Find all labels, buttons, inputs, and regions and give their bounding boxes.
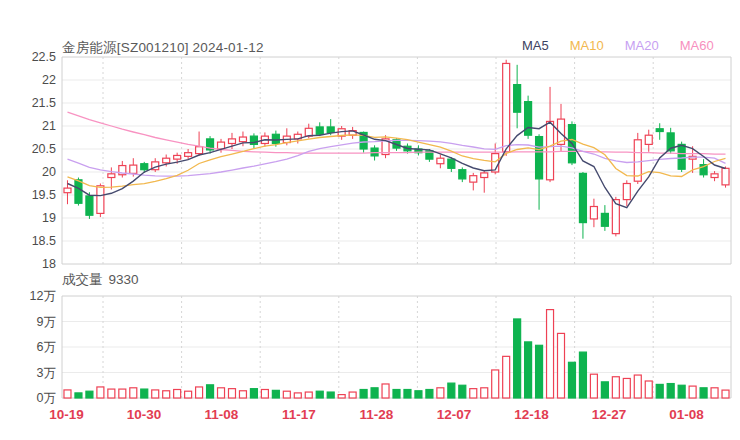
candlestick[interactable] <box>75 180 82 203</box>
volume-bar[interactable] <box>656 384 663 398</box>
volume-bar[interactable] <box>547 310 554 398</box>
volume-bar[interactable] <box>711 388 718 398</box>
volume-bar[interactable] <box>492 370 499 398</box>
volume-bar[interactable] <box>360 390 367 399</box>
volume-bar[interactable] <box>185 391 192 398</box>
volume-bar[interactable] <box>689 386 696 398</box>
candlestick[interactable] <box>316 127 323 134</box>
candlestick[interactable] <box>174 155 181 159</box>
volume-bar[interactable] <box>612 377 619 398</box>
volume-bar[interactable] <box>481 388 488 398</box>
candlestick[interactable] <box>656 129 663 132</box>
volume-bar[interactable] <box>700 388 707 398</box>
volume-bar[interactable] <box>579 352 586 398</box>
candlestick[interactable] <box>711 174 718 178</box>
volume-bar[interactable] <box>371 388 378 398</box>
candlestick[interactable] <box>163 158 170 163</box>
volume-bar[interactable] <box>163 391 170 398</box>
volume-bar[interactable] <box>623 378 630 398</box>
candlestick[interactable] <box>678 144 685 169</box>
candlestick[interactable] <box>470 176 477 182</box>
price-tick-label: 20.5 <box>32 142 56 156</box>
volume-bar[interactable] <box>722 390 729 398</box>
volume-bar[interactable] <box>239 391 246 398</box>
candlestick[interactable] <box>645 135 652 144</box>
volume-bar[interactable] <box>470 389 477 398</box>
volume-bar[interactable] <box>152 390 159 398</box>
candlestick[interactable] <box>97 186 104 214</box>
candlestick[interactable] <box>108 174 115 178</box>
volume-bar[interactable] <box>174 390 181 399</box>
candlestick[interactable] <box>459 170 466 179</box>
volume-bar[interactable] <box>86 391 93 398</box>
volume-bar[interactable] <box>141 389 148 398</box>
stock-chart[interactable]: 金房能源[SZ001210] 2024-01-12 MA5 MA10 MA20 … <box>0 0 740 440</box>
volume-bar[interactable] <box>667 384 674 398</box>
volume-bar[interactable] <box>272 390 279 398</box>
candlestick[interactable] <box>185 153 192 157</box>
candlestick[interactable] <box>141 164 148 170</box>
chart-canvas[interactable]: 22.52221.52120.52019.51918.51812万9万6万3万0… <box>0 0 740 440</box>
volume-bar[interactable] <box>536 345 543 398</box>
volume-bar[interactable] <box>283 391 290 398</box>
volume-bar[interactable] <box>108 389 115 398</box>
candlestick[interactable] <box>86 196 93 215</box>
candlestick[interactable] <box>547 121 554 179</box>
volume-bar[interactable] <box>327 392 334 398</box>
volume-bar[interactable] <box>228 389 235 398</box>
volume-bar[interactable] <box>261 390 268 399</box>
volume-bar[interactable] <box>503 356 510 398</box>
volume-bar[interactable] <box>97 387 104 398</box>
volume-bar[interactable] <box>207 385 214 398</box>
volume-bar[interactable] <box>525 342 532 398</box>
volume-bar[interactable] <box>415 391 422 398</box>
volume-bar[interactable] <box>634 375 641 398</box>
volume-bar[interactable] <box>459 385 466 398</box>
candlestick[interactable] <box>272 134 279 143</box>
volume-bar[interactable] <box>305 392 312 398</box>
volume-bar[interactable] <box>349 392 356 398</box>
candlestick[interactable] <box>196 147 203 154</box>
volume-bar[interactable] <box>426 390 433 399</box>
price-tick-label: 22 <box>42 73 56 87</box>
volume-bar[interactable] <box>645 381 652 398</box>
volume-bar[interactable] <box>130 388 137 398</box>
volume-bar[interactable] <box>218 388 225 398</box>
volume-bar[interactable] <box>196 387 203 398</box>
volume-bar[interactable] <box>250 389 257 398</box>
volume-bar[interactable] <box>64 390 71 398</box>
volume-bar[interactable] <box>448 383 455 398</box>
volume-bar[interactable] <box>678 385 685 398</box>
volume-bar[interactable] <box>382 384 389 398</box>
candlestick[interactable] <box>239 137 246 142</box>
volume-bar[interactable] <box>590 374 597 398</box>
candlestick[interactable] <box>448 159 455 168</box>
volume-bar[interactable] <box>119 389 126 398</box>
volume-bar[interactable] <box>601 382 608 398</box>
volume-bar[interactable] <box>75 393 82 398</box>
candlestick[interactable] <box>327 127 334 133</box>
candlestick[interactable] <box>601 213 608 226</box>
candlestick[interactable] <box>514 85 521 113</box>
candlestick[interactable] <box>536 137 543 179</box>
volume-bar[interactable] <box>404 390 411 399</box>
volume-bar[interactable] <box>316 391 323 398</box>
candlestick[interactable] <box>503 63 510 151</box>
volume-bar[interactable] <box>437 388 444 398</box>
volume-bar[interactable] <box>338 395 345 398</box>
candlestick[interactable] <box>590 207 597 219</box>
volume-bar[interactable] <box>294 393 301 398</box>
candlestick[interactable] <box>437 158 444 164</box>
volume-bar[interactable] <box>393 390 400 399</box>
candlestick[interactable] <box>623 184 630 200</box>
volume-bar[interactable] <box>558 333 565 398</box>
candlestick[interactable] <box>481 173 488 178</box>
candlestick[interactable] <box>228 139 235 144</box>
volume-bar[interactable] <box>514 319 521 398</box>
volume-bar[interactable] <box>568 362 575 398</box>
candlestick[interactable] <box>579 173 586 222</box>
candlestick[interactable] <box>371 148 378 156</box>
candlestick[interactable] <box>130 165 137 173</box>
candlestick[interactable] <box>64 188 71 193</box>
candlestick[interactable] <box>722 168 729 185</box>
